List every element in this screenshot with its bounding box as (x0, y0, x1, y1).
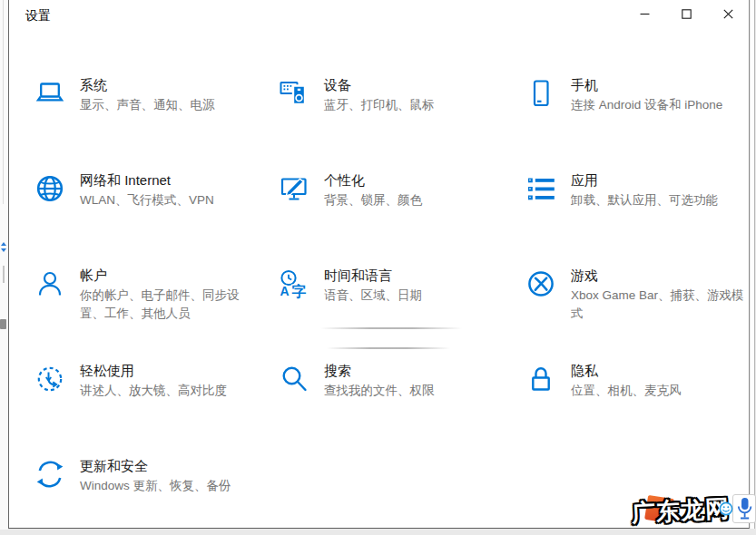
tile-network[interactable]: 网络和 Internet WLAN、飞行模式、VPN (34, 171, 214, 209)
tile-subtitle: 讲述人、放大镜、高对比度 (80, 382, 227, 400)
background-window-edge (0, 0, 8, 530)
globe-icon (34, 172, 66, 205)
tile-title: 时间和语言 (324, 267, 422, 285)
svg-text:字: 字 (292, 283, 307, 299)
close-button[interactable] (707, 0, 749, 27)
tile-title: 隐私 (571, 362, 682, 380)
tile-subtitle: 显示、声音、通知、电源 (80, 96, 215, 114)
time-language-icon: A 字 (278, 268, 310, 300)
tile-ease-of-access[interactable]: 轻松使用 讲述人、放大镜、高对比度 (34, 362, 227, 400)
devices-icon (278, 77, 310, 110)
titlebar[interactable]: 设置 (9, 0, 749, 31)
search-icon (278, 363, 310, 395)
tile-time-language[interactable]: A 字 时间和语言 语音、区域、日期 (278, 267, 422, 305)
tile-subtitle: Windows 更新、恢复、备份 (80, 477, 231, 495)
tile-title: 网络和 Internet (80, 171, 214, 190)
tile-subtitle: 卸载、默认应用、可选功能 (571, 191, 718, 209)
faint-divider-artifact (327, 347, 450, 349)
tile-system[interactable]: 系统 显示、声音、通知、电源 (34, 76, 215, 114)
watermark-text: 广东龙网 (631, 492, 731, 530)
tile-title: 轻松使用 (80, 362, 227, 380)
maximize-button[interactable] (665, 0, 707, 27)
tile-title: 个性化 (324, 171, 422, 190)
tile-subtitle: 蓝牙、打印机、鼠标 (324, 96, 435, 114)
tile-subtitle: 连接 Android 设备和 iPhone (571, 96, 722, 114)
sort-arrow-up-icon (1, 242, 6, 246)
tile-devices[interactable]: 设备 蓝牙、打印机、鼠标 (278, 76, 435, 114)
tile-subtitle: 你的帐户、电子邮件、同步设置、工作、其他人员 (80, 287, 245, 322)
tile-personalization[interactable]: 个性化 背景、锁屏、颜色 (278, 171, 422, 209)
sync-arrows-icon (34, 458, 66, 491)
tile-update-security[interactable]: 更新和安全 Windows 更新、恢复、备份 (34, 457, 231, 495)
svg-text:A: A (280, 284, 290, 298)
laptop-icon (34, 77, 66, 110)
close-icon (723, 9, 733, 19)
tile-subtitle: 背景、锁屏、颜色 (324, 191, 422, 209)
tile-title: 手机 (571, 76, 722, 94)
tile-gaming[interactable]: 游戏 Xbox Game Bar、捕获、游戏模式 (525, 267, 749, 322)
phone-icon (525, 77, 557, 110)
sort-arrow-down-icon (1, 248, 6, 252)
tile-title: 系统 (80, 76, 215, 94)
faint-divider-artifact (320, 327, 462, 329)
tile-search[interactable]: 搜索 查找我的文件、权限 (278, 362, 435, 400)
window-right-gap (751, 0, 755, 529)
windows-settings-screen: 设置 系统 显示、声音、通知、电源 (0, 0, 756, 535)
tile-privacy[interactable]: 隐私 位置、相机、麦克风 (525, 362, 682, 400)
settings-window: 设置 系统 显示、声音、通知、电源 (8, 0, 750, 529)
tile-title: 搜索 (324, 362, 435, 380)
ease-of-access-icon (34, 363, 66, 395)
apps-list-icon (525, 172, 557, 205)
tile-subtitle: 查找我的文件、权限 (324, 382, 435, 400)
smiley-icon (719, 501, 733, 520)
minimize-button[interactable] (623, 0, 665, 27)
maximize-icon (682, 9, 692, 19)
clipped-glyph-artifact (0, 319, 6, 329)
tile-title: 设备 (324, 76, 435, 94)
watermark: 广东龙网 (626, 492, 756, 529)
caption-buttons (623, 0, 749, 27)
tile-title: 帐户 (80, 267, 245, 285)
edge-divider (3, 266, 5, 283)
tile-subtitle: Xbox Game Bar、捕获、游戏模式 (571, 287, 749, 322)
account-icon (34, 268, 66, 300)
tile-title: 游戏 (571, 267, 749, 285)
tile-apps[interactable]: 应用 卸载、默认应用、可选功能 (525, 171, 718, 209)
privacy-lock-icon (525, 363, 557, 395)
xbox-icon (525, 268, 557, 300)
tile-subtitle: 语音、区域、日期 (324, 287, 422, 305)
tile-title: 应用 (571, 171, 718, 190)
microphone-icon (736, 497, 753, 525)
tile-title: 更新和安全 (80, 457, 231, 475)
tile-accounts[interactable]: 帐户 你的帐户、电子邮件、同步设置、工作、其他人员 (34, 267, 245, 322)
window-title: 设置 (25, 8, 51, 24)
minimize-icon (640, 9, 650, 19)
tile-phone[interactable]: 手机 连接 Android 设备和 iPhone (525, 76, 722, 114)
edge-divider (3, 0, 4, 204)
tile-subtitle: 位置、相机、麦克风 (571, 382, 682, 400)
personalization-icon (278, 172, 310, 205)
tile-subtitle: WLAN、飞行模式、VPN (80, 191, 214, 209)
